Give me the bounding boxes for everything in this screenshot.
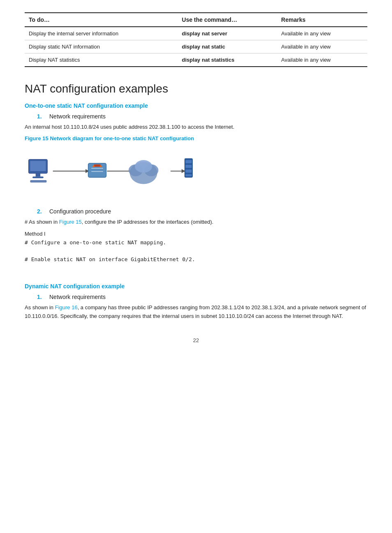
method-label: Method I <box>25 231 367 237</box>
step1-number: 1. <box>37 113 44 120</box>
table-cell-command: display nat static <box>178 40 277 53</box>
subsection2-title: Dynamic NAT configuration example <box>25 283 367 290</box>
table-cell-todo: Display static NAT information <box>25 40 178 53</box>
router-icon <box>88 163 106 177</box>
table-header-remarks: Remarks <box>277 13 367 27</box>
table-cell-todo: Display NAT statistics <box>25 53 178 67</box>
step2-body-part1: # As shown in <box>25 219 59 225</box>
svg-rect-3 <box>32 177 44 178</box>
svg-rect-4 <box>30 180 46 183</box>
svg-rect-2 <box>36 174 40 177</box>
server-icon <box>184 159 192 178</box>
table-cell-remarks: Available in any view <box>277 40 367 53</box>
figure16-link[interactable]: Figure 16 <box>55 304 78 311</box>
svg-rect-18 <box>185 170 191 173</box>
nat-config-examples-section: NAT configuration examples One-to-one st… <box>25 82 367 321</box>
table-header-todo: To do… <box>25 13 178 27</box>
svg-rect-19 <box>185 174 191 176</box>
dyn-body-part1: As shown in <box>25 304 55 311</box>
section-title: NAT configuration examples <box>25 82 367 96</box>
step1-item: 1. Network requirements <box>37 113 367 120</box>
page-number: 22 <box>25 337 367 343</box>
step1-label: Network requirements <box>49 113 106 120</box>
dyn-step1-item: 1. Network requirements <box>37 294 367 300</box>
static-nat-subsection: One-to-one static NAT configuration exam… <box>25 102 367 273</box>
table-cell-command: display nat server <box>178 27 277 40</box>
step1-body: An internal host 10.110.10.8/24 uses pub… <box>25 123 367 132</box>
svg-rect-17 <box>185 165 191 168</box>
step2-body: # As shown in Figure 15, configure the I… <box>25 218 367 227</box>
dyn-step1-number: 1. <box>37 294 44 300</box>
step2-body-part2: , configure the IP addresses for the int… <box>82 219 214 225</box>
svg-point-14 <box>135 160 152 173</box>
command-table: To do… Use the command… Remarks Display … <box>25 12 367 67</box>
subsection1-title: One-to-one static NAT configuration exam… <box>25 102 367 109</box>
dyn-step1-body: As shown in Figure 16, a company has thr… <box>25 304 367 321</box>
table-row: Display the internal server information … <box>25 27 367 40</box>
table-row: Display NAT statistics display nat stati… <box>25 53 367 67</box>
table-cell-command: display nat statistics <box>178 53 277 67</box>
dyn-step1-label: Network requirements <box>49 294 106 300</box>
step2-number: 2. <box>37 208 44 215</box>
figure15-diagram <box>25 146 367 196</box>
comment1: # Configure a one-to-one static NAT mapp… <box>25 239 367 246</box>
step2-item: 2. Configuration procedure <box>37 208 367 215</box>
table-row: Display static NAT information display n… <box>25 40 367 53</box>
table-cell-todo: Display the internal server information <box>25 27 178 40</box>
svg-rect-8 <box>94 165 101 167</box>
svg-rect-1 <box>30 161 46 171</box>
table-header-command: Use the command… <box>178 13 277 27</box>
figure15-link[interactable]: Figure 15 <box>59 219 82 225</box>
network-diagram-svg <box>25 151 197 192</box>
dynamic-nat-subsection: Dynamic NAT configuration example 1. Net… <box>25 283 367 321</box>
host-icon <box>29 160 48 183</box>
figure15-caption: Figure 15 Network diagram for one-to-one… <box>25 135 367 141</box>
svg-rect-16 <box>185 160 191 164</box>
step2-label: Configuration procedure <box>49 208 111 215</box>
table-cell-remarks: Available in any view <box>277 53 367 67</box>
comment2: # Enable static NAT on interface Gigabit… <box>25 256 367 262</box>
cloud-icon <box>129 160 159 184</box>
table-cell-remarks: Available in any view <box>277 27 367 40</box>
